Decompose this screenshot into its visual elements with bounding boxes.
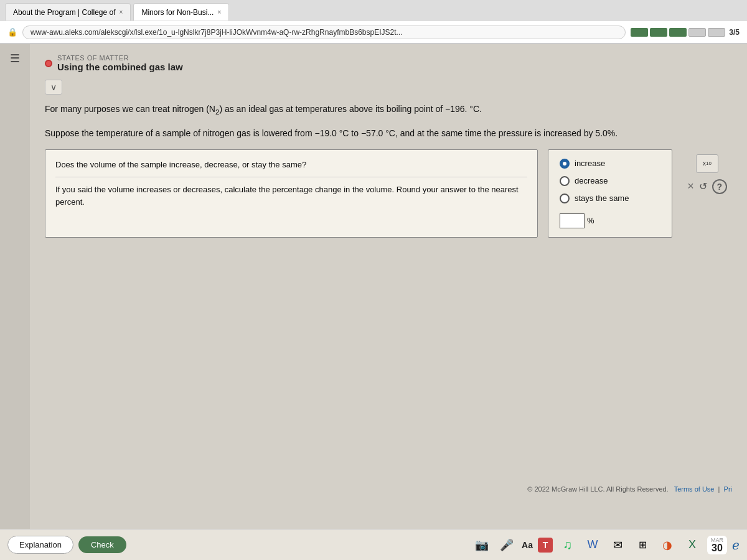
progress-segments — [631, 28, 725, 37]
content-area: STATES OF MATTER Using the combined gas … — [30, 44, 747, 530]
microphone-icon[interactable]: 🎤 — [497, 535, 517, 555]
radio-circle-increase[interactable] — [560, 159, 570, 169]
date-box[interactable]: MAR 30 — [707, 536, 727, 554]
progress-bar-area: 3/5 — [631, 28, 740, 37]
camera-icon[interactable]: 📷 — [472, 535, 492, 555]
office-icon[interactable]: ◑ — [657, 535, 677, 555]
radio-label-stays: stays the same — [575, 194, 629, 203]
tool-row: × ↺ ? — [687, 179, 727, 194]
progress-seg-2 — [650, 28, 667, 37]
copyright-text: © 2022 McGraw Hill LLC. All Rights Reser… — [527, 485, 668, 493]
radio-option-increase[interactable]: increase — [560, 159, 660, 169]
progress-label: 3/5 — [729, 28, 740, 37]
date-day: 30 — [711, 543, 723, 553]
radio-label-increase: increase — [575, 159, 605, 168]
percent-symbol: % — [587, 216, 594, 225]
lock-icon: 🔒 — [7, 27, 17, 37]
apps-icon[interactable]: ⊞ — [632, 535, 652, 555]
taskbar: Explanation Check 📷 🎤 Aa T ♫ W ✉ ⊞ ◑ X M… — [0, 529, 747, 560]
topic-header: STATES OF MATTER Using the combined gas … — [45, 54, 732, 72]
help-button[interactable]: ? — [712, 179, 727, 194]
aa-label[interactable]: Aa — [522, 540, 533, 550]
radio-circle-decrease[interactable] — [560, 176, 570, 186]
question-left-panel: Does the volume of the sample increase, … — [45, 149, 538, 238]
percent-input[interactable] — [560, 213, 585, 228]
problem-line1: For many purposes we can treat nitrogen … — [45, 102, 732, 118]
browser-chrome: About the Program | College of × Minors … — [0, 0, 747, 44]
progress-seg-1 — [631, 28, 648, 37]
question-part1-text: Does the volume of the sample increase, … — [55, 160, 306, 169]
topic-subtitle: STATES OF MATTER — [57, 54, 183, 62]
tab-about-label: About the Program | College of — [13, 8, 116, 17]
mail-icon[interactable]: ✉ — [608, 535, 627, 555]
copyright-footer: © 2022 McGraw Hill LLC. All Rights Reser… — [517, 483, 742, 495]
radio-option-decrease[interactable]: decrease — [560, 176, 660, 186]
percent-input-row: % — [560, 213, 660, 228]
radio-option-stays[interactable]: stays the same — [560, 194, 660, 203]
terms-link[interactable]: Terms of Use — [674, 485, 715, 493]
help-label: ? — [716, 182, 722, 192]
question-part2: If you said the volume increases or decr… — [55, 177, 527, 208]
t-label[interactable]: T — [538, 538, 553, 553]
question-part2-text: If you said the volume increases or decr… — [55, 185, 519, 207]
undo-icon[interactable]: ↺ — [699, 180, 707, 192]
topic-title: Using the combined gas law — [57, 62, 183, 72]
address-bar: 🔒 3/5 — [0, 21, 747, 44]
edge-icon[interactable]: ℯ — [732, 538, 740, 553]
progress-seg-4 — [688, 28, 706, 37]
tab-minors-close[interactable]: × — [217, 9, 221, 16]
address-input[interactable] — [22, 26, 626, 39]
tab-bar: About the Program | College of × Minors … — [0, 0, 747, 21]
radio-label-decrease: decrease — [575, 176, 608, 185]
exponent-button[interactable]: x10 — [696, 154, 718, 173]
question-box: Does the volume of the sample increase, … — [45, 149, 732, 238]
radio-circle-stays[interactable] — [560, 194, 570, 203]
tab-about-close[interactable]: × — [120, 9, 123, 16]
tab-minors-label: Minors for Non-Busi... — [141, 8, 214, 17]
chevron-down-icon: ∨ — [50, 82, 57, 92]
topic-dot — [45, 60, 52, 67]
main-content: ☰ STATES OF MATTER Using the combined ga… — [0, 44, 747, 530]
tab-minors[interactable]: Minors for Non-Busi... × — [133, 3, 229, 21]
progress-seg-3 — [669, 28, 687, 37]
spotify-icon[interactable]: ♫ — [558, 535, 578, 555]
privacy-link[interactable]: Pri — [724, 485, 732, 493]
explanation-button[interactable]: Explanation — [7, 536, 73, 554]
close-icon[interactable]: × — [687, 180, 694, 193]
word-icon[interactable]: W — [583, 535, 603, 555]
tab-about[interactable]: About the Program | College of × — [5, 3, 131, 21]
taskbar-right: 📷 🎤 Aa T ♫ W ✉ ⊞ ◑ X MAR 30 ℯ — [472, 535, 740, 555]
check-button[interactable]: Check — [78, 536, 126, 553]
date-month: MAR — [711, 537, 723, 543]
radio-options-panel: increase decrease stays the same % — [548, 149, 672, 238]
question-part1: Does the volume of the sample increase, … — [55, 159, 527, 171]
excel-icon[interactable]: X — [682, 535, 702, 555]
problem-line2: Suppose the temperature of a sample of n… — [45, 126, 732, 140]
tools-panel: x10 × ↺ ? — [682, 149, 732, 238]
hamburger-icon[interactable]: ☰ — [7, 49, 22, 68]
aleks-sidebar: ☰ — [0, 44, 30, 530]
progress-seg-5 — [708, 28, 725, 37]
expand-button[interactable]: ∨ — [45, 80, 62, 95]
